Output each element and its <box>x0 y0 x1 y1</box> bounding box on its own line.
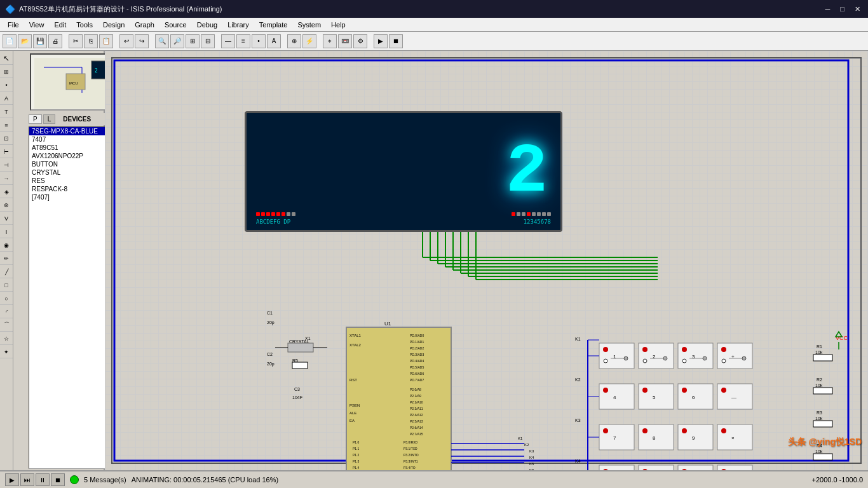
maximize-button[interactable]: □ <box>837 5 847 13</box>
tab-l[interactable]: L <box>43 114 56 124</box>
junction-tool[interactable]: • <box>0 79 13 92</box>
zoom-area-button[interactable]: ⊟ <box>201 34 215 48</box>
open-button[interactable]: 📂 <box>18 34 32 48</box>
toolbar: 📄 📂 💾 🖨 ✂ ⎘ 📋 ↩ ↪ 🔍 🔎 ⊞ ⊟ — ≡ • A ⊕ ⚡ ⌖ … <box>0 32 868 51</box>
play-controls: ▶ ⏭ ⏸ ⏹ <box>5 473 65 486</box>
port-tool[interactable]: ⊣ <box>0 159 13 172</box>
gen-button[interactable]: ⚙ <box>353 34 367 48</box>
menu-template[interactable]: Template <box>254 20 293 30</box>
zoom-fit-button[interactable]: ⊞ <box>186 34 200 48</box>
seg-labels-right: 12345678 <box>524 219 551 225</box>
main-layout: ↖ ⊞ • A T ≡ ⊡ ⊢ ⊣ → ◈ ⊛ V I ◉ ✏ ╱ □ ○ ◜ <box>0 51 868 470</box>
current-probe[interactable]: I <box>0 226 13 238</box>
menu-source[interactable]: Source <box>159 20 192 30</box>
zoom-out-button[interactable]: 🔎 <box>170 34 184 48</box>
step-button[interactable]: ⏭ <box>20 473 34 486</box>
status-bar: ▶ ⏭ ⏸ ⏹ 5 Message(s) ANIMATING: 00:00:05… <box>0 470 868 488</box>
terminal-tool[interactable]: ⊢ <box>0 146 13 158</box>
bus-button[interactable]: ≡ <box>236 34 250 48</box>
left-panel: ↖ ⊞ • A T ≡ ⊡ ⊢ ⊣ → ◈ ⊛ V I ◉ ✏ ╱ □ ○ ◜ <box>0 51 105 470</box>
menu-help[interactable]: Help <box>326 20 351 30</box>
marker-tool[interactable]: ✦ <box>0 346 13 358</box>
menu-edit[interactable]: Edit <box>49 20 71 30</box>
status-text: ANIMATING: 00:00:05.215465 (CPU load 16%… <box>132 476 279 484</box>
pencil-tool[interactable]: ✏ <box>0 252 13 265</box>
wire-label-tool[interactable]: A <box>0 92 13 105</box>
tape-button[interactable]: 📼 <box>338 34 352 48</box>
text-tool[interactable]: T <box>0 105 13 118</box>
title-bar: 🔷 AT89S52单片机简易计算器的设计 - ISIS Professional… <box>0 0 868 18</box>
save-button[interactable]: 💾 <box>33 34 47 48</box>
voltage-probe[interactable]: V <box>0 212 13 225</box>
label-button[interactable]: A <box>267 34 281 48</box>
subcircuit-tool[interactable]: ⊡ <box>0 132 13 145</box>
svg-text:MCU: MCU <box>69 81 78 85</box>
menu-library[interactable]: Library <box>222 20 254 30</box>
cursor-tool[interactable]: ↖ <box>0 52 13 65</box>
seg-digit-value: 2 <box>506 132 548 212</box>
pause-button[interactable]: ⏸ <box>36 473 50 486</box>
bus-tool[interactable]: ≡ <box>0 119 13 132</box>
tape-tool[interactable]: ◈ <box>0 186 13 198</box>
play-button[interactable]: ▶ <box>5 473 19 486</box>
print-button[interactable]: 🖨 <box>48 34 62 48</box>
junction-button[interactable]: • <box>252 34 266 48</box>
virtual-tool[interactable]: ◉ <box>0 239 13 252</box>
cut-button[interactable]: ✂ <box>69 34 83 48</box>
paste-button[interactable]: 📋 <box>99 34 113 48</box>
probe-button[interactable]: ⌖ <box>323 34 337 48</box>
menu-debug[interactable]: Debug <box>192 20 222 30</box>
menu-bar: File View Edit Tools Design Graph Source… <box>0 18 868 32</box>
copy-button[interactable]: ⎘ <box>84 34 98 48</box>
circle-tool[interactable]: ○ <box>0 292 13 305</box>
menu-design[interactable]: Design <box>98 20 130 30</box>
stop-button[interactable]: ⏹ <box>51 473 65 486</box>
status-indicator <box>70 475 79 484</box>
app-icon: 🔷 <box>5 4 15 14</box>
undo-button[interactable]: ↩ <box>119 34 133 48</box>
menu-system[interactable]: System <box>292 20 326 30</box>
close-button[interactable]: ✕ <box>852 5 863 13</box>
tab-p[interactable]: P <box>29 114 42 124</box>
run-button[interactable]: ▶ <box>374 34 388 48</box>
arc-tool[interactable]: ◜ <box>0 306 13 318</box>
component-tool[interactable]: ⊞ <box>0 65 13 78</box>
power-button[interactable]: ⚡ <box>302 34 316 48</box>
devices-label: DEVICES <box>59 115 95 123</box>
window-title: AT89S52单片机简易计算器的设计 - ISIS Professional (… <box>19 4 222 14</box>
zoom-in-button[interactable]: 🔍 <box>155 34 169 48</box>
device-pin-tool[interactable]: → <box>0 172 13 185</box>
menu-graph[interactable]: Graph <box>130 20 159 30</box>
stop-run-button[interactable]: ⏹ <box>389 34 403 48</box>
path-tool[interactable]: ⌒ <box>0 319 13 332</box>
menu-view[interactable]: View <box>24 20 50 30</box>
gen-tool[interactable]: ⊛ <box>0 199 13 212</box>
redo-button[interactable]: ↪ <box>135 34 149 48</box>
svg-text:2: 2 <box>95 68 98 74</box>
symbol-tool[interactable]: ☆ <box>0 332 13 345</box>
minimize-button[interactable]: ─ <box>823 5 833 13</box>
new-button[interactable]: 📄 <box>3 34 17 48</box>
box-tool[interactable]: □ <box>0 279 13 292</box>
line-tool[interactable]: ╱ <box>0 266 13 278</box>
7seg-display: ABCDEFG DP 12345678 <box>245 111 562 232</box>
menu-tools[interactable]: Tools <box>71 20 98 30</box>
canvas-area[interactable]: ABCDEFG DP 12345678 <box>105 51 868 470</box>
component-button[interactable]: ⊕ <box>287 34 301 48</box>
menu-file[interactable]: File <box>3 20 24 30</box>
wire-button[interactable]: — <box>221 34 235 48</box>
coordinates: +2000.0 -1000.0 <box>812 476 863 484</box>
message-count: 5 Message(s) <box>84 476 126 484</box>
seg-labels-left: ABCDEFG DP <box>256 219 290 225</box>
